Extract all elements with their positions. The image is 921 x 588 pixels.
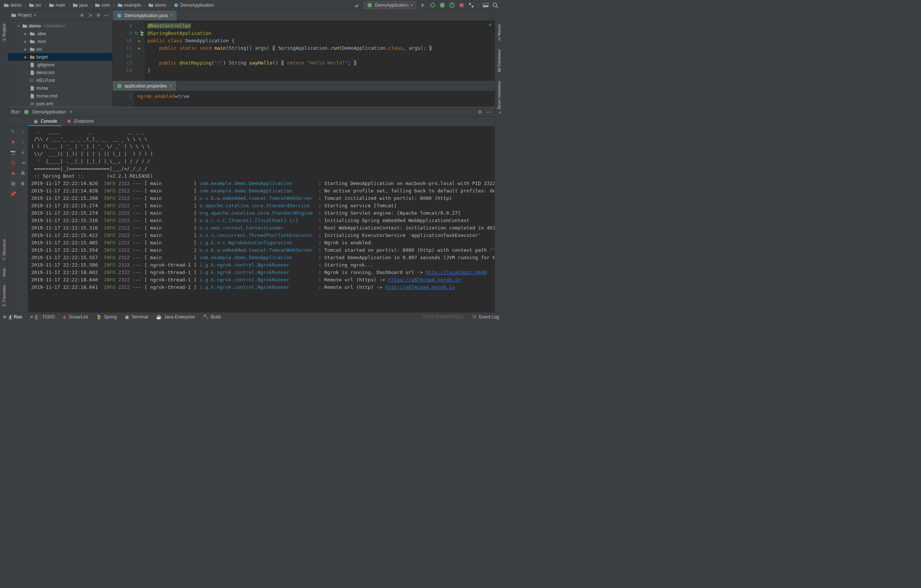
close-icon[interactable]: ✕ (169, 83, 172, 88)
breadcrumb-item[interactable]: com (93, 2, 112, 8)
gear-icon[interactable]: ⚙ (477, 109, 483, 115)
project-title[interactable]: Project (18, 13, 31, 18)
status-eventlog[interactable]: 🗨 Event Log (472, 314, 499, 319)
breadcrumb-item[interactable]: src (28, 2, 43, 8)
rail-web[interactable]: Web (2, 266, 6, 279)
status-terminal[interactable]: ▣ Terminal (125, 314, 148, 319)
rail-favorites[interactable]: 2: Favorites (2, 283, 6, 308)
debug-attach-icon[interactable]: 🐞 (8, 158, 18, 168)
coverage-icon[interactable] (439, 2, 445, 8)
tree-item[interactable]: ▶src (8, 45, 112, 53)
tree-item[interactable]: ▶target (8, 53, 112, 61)
tree-item[interactable]: M↓HELP.md (8, 77, 112, 84)
status-javaee[interactable]: ☕ Java Enterprise (156, 314, 195, 319)
code-editor[interactable]: ✔ 891011121314 ↻🍃▸▸ @RestController@Spri… (113, 21, 495, 80)
debug-icon[interactable] (430, 2, 436, 8)
svg-rect-5 (469, 3, 471, 5)
breadcrumb-item[interactable]: CDemoApplication (172, 2, 215, 8)
status-todo[interactable]: ≡ 6: TODO (30, 314, 55, 319)
folder-icon (29, 3, 34, 8)
layout-icon[interactable]: ▤ (8, 178, 18, 189)
file-icon (30, 93, 35, 99)
rail-structure[interactable]: 7: Structure (2, 237, 6, 262)
editor-area: C DemoApplication.java ✕ ✔ 891011121314 … (113, 10, 495, 107)
editor-tab-label: application.properties (125, 83, 167, 89)
profile-icon[interactable] (449, 2, 455, 8)
hide-icon[interactable]: — (486, 109, 491, 115)
tree-item[interactable]: mvnw.cmd (8, 92, 112, 100)
tree-root[interactable]: ▼ demo ~/dev/demo (8, 22, 112, 30)
tree-item[interactable]: mvnw (8, 84, 112, 92)
exit-icon[interactable]: ⏏ (8, 168, 18, 178)
code-content[interactable]: @RestController@SpringBootApplicationpub… (145, 21, 495, 80)
rail-project[interactable]: 1: Project (2, 21, 6, 43)
status-run[interactable]: 4: Run (4, 314, 22, 319)
svg-point-2 (368, 3, 372, 7)
code-content[interactable]: ngrok.enabled=true (134, 91, 495, 107)
pin-icon[interactable]: 📌 (8, 189, 18, 199)
log-link[interactable]: https://a874caa4.ngrok.io (388, 277, 461, 282)
scroll-icon[interactable]: ⇥ (18, 158, 28, 168)
rail-database[interactable]: 🗄 Database (497, 47, 501, 74)
status-build[interactable]: 🔨 Build (203, 314, 221, 319)
rail-maven[interactable]: m Maven (497, 21, 501, 42)
build-icon[interactable] (354, 2, 360, 8)
down-icon[interactable]: ↓ (18, 137, 28, 147)
project-tree[interactable]: ▼ demo ~/dev/demo ▶.idea▶.mvn▶src▶target… (8, 20, 112, 107)
breadcrumb-item[interactable]: demo (147, 2, 168, 8)
tree-item[interactable]: demo.iml (8, 68, 112, 77)
vcs-icon[interactable] (468, 2, 474, 8)
gear-icon[interactable]: ⚙ (95, 13, 101, 18)
close-icon[interactable]: ✕ (170, 13, 173, 18)
locate-icon[interactable]: ⊕ (79, 13, 85, 18)
breadcrumb-item[interactable]: example (116, 2, 142, 8)
tree-item[interactable]: .gitignore (8, 61, 112, 68)
run-config-label: DemoApplication (375, 3, 408, 8)
editor-tab[interactable]: application.properties ✕ (113, 81, 176, 91)
endpoints-icon: ⬣ (66, 118, 72, 124)
tab-console[interactable]: ▣ Console (28, 117, 62, 126)
console-output[interactable]: . ____ _ __ _ _ /\\ / ___'_ __ _ _(_)_ _… (28, 126, 495, 312)
tree-item[interactable]: ▶.idea (8, 30, 112, 37)
run-config-selector[interactable]: DemoApplication ▾ (363, 1, 417, 9)
camera-icon[interactable]: 📷 (8, 147, 18, 158)
project-icon (11, 13, 16, 18)
status-sonarlint[interactable]: ◐ SonarLint (63, 314, 88, 319)
tab-endpoints[interactable]: ⬣ Endpoints (62, 117, 98, 126)
project-toolbar: Project ▾ ⊕ ⇲ ⚙ — (8, 10, 112, 20)
chevron-down-icon[interactable]: ▾ (34, 13, 36, 18)
rerun-icon[interactable]: ↻ (8, 126, 18, 137)
folder-icon (117, 3, 123, 8)
stop-icon[interactable]: ■ (8, 137, 18, 147)
breadcrumb-sep: › (113, 3, 115, 8)
breadcrumb-item[interactable]: main (47, 2, 67, 8)
folder-icon (148, 3, 153, 8)
toggle-panel-icon[interactable] (483, 2, 489, 8)
log-link[interactable]: http://a874caa4.ngrok.io (385, 284, 455, 290)
log-link[interactable]: http://localhost:4040 (426, 270, 487, 275)
tree-item[interactable]: mpom.xml (8, 100, 112, 107)
wrap-icon[interactable]: ↲ (18, 147, 28, 158)
run-icon[interactable] (420, 2, 426, 8)
collapse-icon[interactable]: ⇲ (87, 13, 93, 18)
hide-icon[interactable]: — (103, 13, 109, 18)
rail-bean-validation[interactable]: ✓ Bean Validation (496, 78, 501, 117)
breadcrumb-item[interactable]: demo (2, 2, 23, 8)
trash-icon[interactable]: 🗑 (18, 178, 28, 189)
breadcrumb-sep: › (169, 3, 171, 8)
folder-icon (49, 3, 54, 8)
gutter-icons: ↻🍃▸▸ (134, 21, 145, 80)
status-spring[interactable]: 🍃 Spring (96, 314, 117, 319)
breadcrumb-item[interactable]: java (71, 2, 89, 8)
up-icon[interactable]: ↑ (18, 126, 28, 137)
spring-leaf-icon (23, 109, 29, 115)
close-icon[interactable]: ✕ (69, 109, 73, 114)
stop-icon[interactable] (459, 2, 465, 8)
tree-item[interactable]: ▶.mvn (8, 37, 112, 45)
properties-editor[interactable]: 1 ngrok.enabled=true (113, 91, 495, 107)
analysis-ok-icon[interactable]: ✔ (489, 22, 492, 28)
run-config-name: DemoApplication (32, 109, 66, 114)
print-icon[interactable]: 🖶 (18, 168, 28, 178)
search-everywhere-icon[interactable] (492, 2, 498, 8)
editor-tab[interactable]: C DemoApplication.java ✕ (113, 10, 177, 20)
